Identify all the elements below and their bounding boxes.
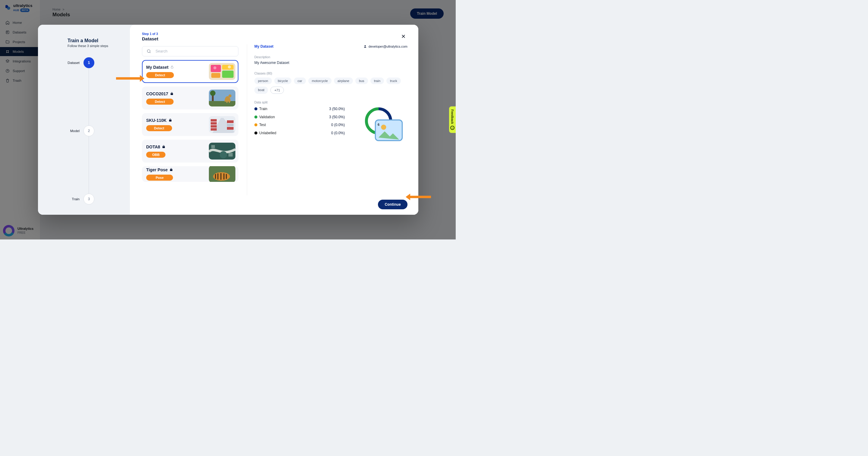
- dataset-thumb: [209, 143, 236, 160]
- section-label-classes: Classes (80): [254, 72, 407, 75]
- svg-point-20: [210, 90, 216, 96]
- step-label: Train: [72, 197, 80, 201]
- legend-dot-train: [254, 107, 257, 110]
- feedback-label: Feedback: [451, 110, 454, 124]
- search-box[interactable]: [142, 46, 239, 56]
- section-label-description: Description: [254, 55, 407, 59]
- class-chip[interactable]: car: [294, 78, 306, 84]
- svg-rect-31: [227, 124, 234, 126]
- section-label-split: Data split: [254, 101, 407, 104]
- step-label: Dataset: [67, 61, 80, 64]
- dataset-card-dota8[interactable]: DOTA8 OBB: [142, 140, 239, 163]
- lock-icon: [170, 91, 174, 96]
- svg-rect-30: [227, 120, 234, 123]
- lock-icon: [169, 167, 173, 172]
- continue-button[interactable]: Continue: [378, 200, 407, 209]
- dataset-thumb: [209, 90, 236, 107]
- svg-rect-32: [227, 127, 234, 130]
- svg-rect-14: [211, 73, 220, 78]
- classes-chip-row: person bicycle car motorcycle airplane b…: [254, 78, 407, 94]
- train-model-modal: Train a Model Follow these 3 simple step…: [38, 25, 418, 215]
- svg-point-49: [381, 124, 386, 130]
- dataset-tag: Pose: [146, 175, 173, 181]
- class-chip[interactable]: person: [254, 78, 272, 84]
- split-value: 3 (50.0%): [318, 107, 345, 111]
- close-button[interactable]: ✕: [399, 32, 407, 41]
- step-caption: Step 1 of 3: [142, 32, 158, 36]
- split-label: Unlabelled: [259, 131, 318, 135]
- class-chip[interactable]: airplane: [334, 78, 353, 84]
- class-chip-more[interactable]: +71: [270, 87, 284, 94]
- svg-rect-9: [171, 67, 173, 68]
- svg-point-8: [147, 50, 150, 53]
- donut-count: 6: [378, 123, 379, 126]
- data-split-donut: 6: [364, 107, 393, 135]
- image-icon: [374, 116, 383, 122]
- class-chip[interactable]: bus: [355, 78, 368, 84]
- dataset-tag: Detect: [146, 98, 174, 105]
- step-number: 2: [84, 125, 94, 136]
- wizard-subtitle: Follow these 3 simple steps: [67, 44, 121, 48]
- dataset-email-text: developer@ultralytics.com: [369, 45, 407, 48]
- dataset-name: Tiger Pose: [146, 167, 167, 172]
- dataset-name: My Dataset: [146, 65, 168, 70]
- dataset-name: SKU-110K: [146, 118, 167, 123]
- class-chip[interactable]: motorcycle: [308, 78, 332, 84]
- feedback-tab[interactable]: Feedback ☺: [449, 107, 456, 133]
- svg-rect-22: [229, 100, 230, 103]
- search-input[interactable]: [155, 49, 234, 54]
- split-label: Validation: [259, 115, 318, 119]
- feedback-icon: ☺: [450, 126, 455, 130]
- dataset-tag: Detect: [146, 125, 172, 131]
- stepper-step-train[interactable]: Train 3: [67, 194, 121, 204]
- svg-point-44: [364, 45, 366, 46]
- svg-rect-35: [228, 153, 233, 156]
- wizard-stepper-panel: Train a Model Follow these 3 simple step…: [38, 25, 130, 215]
- stepper-step-model[interactable]: Model 2: [67, 125, 121, 136]
- stepper-step-dataset[interactable]: Dataset 1: [67, 57, 121, 68]
- step-label: Model: [70, 129, 80, 133]
- svg-rect-13: [222, 70, 234, 78]
- svg-rect-26: [211, 119, 217, 121]
- dataset-card-my-dataset[interactable]: My Dataset Detect: [142, 60, 239, 83]
- split-value: 0 (0.0%): [318, 123, 345, 127]
- svg-rect-28: [211, 125, 217, 127]
- split-value: 3 (50.0%): [318, 115, 345, 119]
- dataset-detail-title[interactable]: My Dataset: [254, 44, 273, 49]
- svg-rect-34: [211, 145, 215, 148]
- step-number: 3: [84, 194, 94, 204]
- svg-rect-21: [226, 100, 227, 103]
- data-split-table: Train 3 (50.0%) Validation 3 (50.0%) Tes…: [254, 107, 345, 135]
- modal-body: Step 1 of 3 Dataset ✕: [130, 25, 418, 215]
- search-icon: [147, 49, 151, 54]
- split-label: Test: [259, 123, 318, 127]
- dataset-tag: OBB: [146, 152, 165, 158]
- dataset-card-sku110k[interactable]: SKU-110K Detect: [142, 113, 239, 136]
- legend-dot-validation: [254, 115, 257, 118]
- dataset-card-coco2017[interactable]: COCO2017 Detect: [142, 87, 239, 110]
- split-value: 0 (0.0%): [318, 131, 345, 135]
- step-number-active: 1: [84, 57, 94, 68]
- legend-dot-test: [254, 123, 257, 126]
- class-chip[interactable]: bicycle: [274, 78, 292, 84]
- dataset-description: My Awesome Dataset: [254, 61, 407, 65]
- dataset-name: COCO2017: [146, 91, 168, 96]
- class-chip[interactable]: truck: [386, 78, 401, 84]
- dataset-tag: Detect: [146, 72, 174, 78]
- svg-point-15: [228, 65, 231, 68]
- class-chip[interactable]: train: [370, 78, 384, 84]
- svg-rect-18: [209, 101, 236, 107]
- modal-step-title: Dataset: [142, 36, 158, 41]
- split-label: Train: [259, 107, 318, 111]
- user-icon: [364, 45, 367, 49]
- svg-rect-29: [211, 128, 217, 131]
- lock-icon: [162, 144, 165, 149]
- dataset-card-tigerpose[interactable]: Tiger Pose Pose: [142, 166, 239, 182]
- dataset-thumb: [209, 166, 236, 182]
- wizard-title: Train a Model: [67, 38, 121, 44]
- svg-rect-27: [211, 122, 217, 124]
- dataset-email: developer@ultralytics.com: [364, 45, 407, 49]
- class-chip[interactable]: boat: [254, 87, 268, 94]
- dataset-thumb: [209, 63, 236, 80]
- svg-point-23: [228, 94, 231, 97]
